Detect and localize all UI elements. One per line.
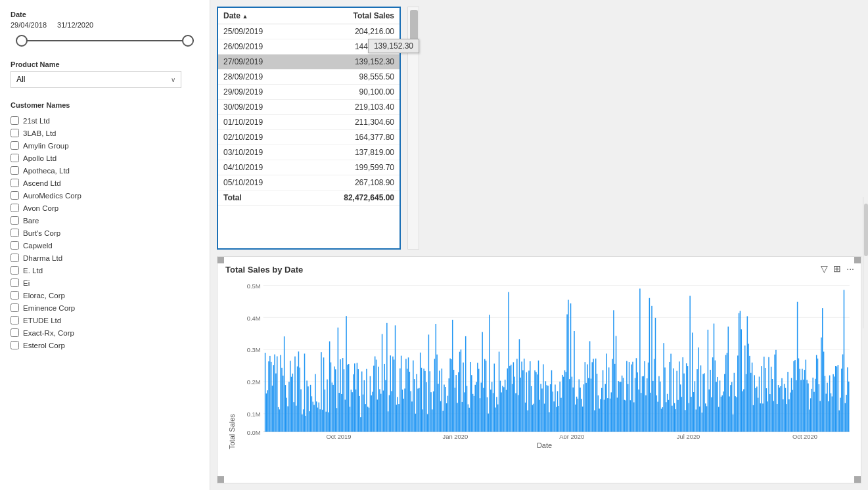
customer-item[interactable]: Exact-Rx, Corp xyxy=(11,326,199,339)
bar[interactable] xyxy=(488,414,489,432)
bar[interactable] xyxy=(269,356,271,432)
bar[interactable] xyxy=(844,290,845,432)
bar[interactable] xyxy=(831,393,832,432)
bar[interactable] xyxy=(811,389,813,432)
bar[interactable] xyxy=(401,356,402,432)
customer-item[interactable]: Amylin Group xyxy=(11,139,199,152)
bar[interactable] xyxy=(639,288,641,432)
bar[interactable] xyxy=(698,347,699,432)
bar[interactable] xyxy=(331,363,332,432)
customer-checkbox[interactable] xyxy=(11,166,19,175)
customer-item[interactable]: ETUDE Ltd xyxy=(11,314,199,326)
bar[interactable] xyxy=(413,361,414,432)
bar[interactable] xyxy=(608,367,610,432)
bar[interactable] xyxy=(644,361,645,432)
bar[interactable] xyxy=(490,390,491,432)
bar[interactable] xyxy=(683,357,684,432)
bar[interactable] xyxy=(689,403,690,432)
bar[interactable] xyxy=(769,394,771,432)
bar[interactable] xyxy=(570,303,572,432)
bar[interactable] xyxy=(833,374,834,432)
bar[interactable] xyxy=(705,403,706,432)
bar[interactable] xyxy=(357,363,358,432)
bar[interactable] xyxy=(749,356,750,432)
customer-checkbox[interactable] xyxy=(11,116,19,125)
bar[interactable] xyxy=(768,357,769,432)
bar[interactable] xyxy=(474,385,476,432)
bar[interactable] xyxy=(274,355,275,432)
bar[interactable] xyxy=(635,378,636,432)
bar[interactable] xyxy=(734,373,735,432)
bar[interactable] xyxy=(384,364,385,432)
bar[interactable] xyxy=(470,362,471,432)
bar[interactable] xyxy=(496,397,497,432)
bar[interactable] xyxy=(400,368,401,432)
bar[interactable] xyxy=(834,376,835,432)
bar[interactable] xyxy=(842,354,844,432)
bar[interactable] xyxy=(605,384,606,432)
bar[interactable] xyxy=(540,384,541,432)
customer-checkbox[interactable] xyxy=(11,154,19,162)
customer-item[interactable]: Bare xyxy=(11,214,199,227)
bar[interactable] xyxy=(468,408,470,432)
bar[interactable] xyxy=(521,362,522,432)
customer-item[interactable]: Avon Corp xyxy=(11,202,199,214)
bar[interactable] xyxy=(578,379,580,432)
bar[interactable] xyxy=(717,377,718,432)
bar[interactable] xyxy=(618,381,619,432)
bar[interactable] xyxy=(560,398,562,432)
bar[interactable] xyxy=(524,359,525,432)
bar[interactable] xyxy=(647,378,648,432)
bar[interactable] xyxy=(735,396,736,432)
bar[interactable] xyxy=(398,404,400,432)
bar[interactable] xyxy=(405,359,407,432)
bar[interactable] xyxy=(446,403,447,432)
bar[interactable] xyxy=(309,411,310,432)
table-row[interactable]: 01/10/2019211,304.60 xyxy=(218,115,400,130)
bar[interactable] xyxy=(580,388,581,432)
bar[interactable] xyxy=(465,336,467,432)
date-slider[interactable] xyxy=(16,34,194,47)
bar[interactable] xyxy=(828,401,829,432)
bar[interactable] xyxy=(527,411,528,432)
bar[interactable] xyxy=(266,393,267,432)
bar[interactable] xyxy=(499,351,500,432)
bar[interactable] xyxy=(702,374,704,432)
bar[interactable] xyxy=(507,368,509,432)
bar[interactable] xyxy=(845,403,846,432)
bar[interactable] xyxy=(633,402,635,432)
bar[interactable] xyxy=(819,401,821,432)
bar[interactable] xyxy=(419,388,420,432)
bar[interactable] xyxy=(674,403,675,432)
bar[interactable] xyxy=(395,325,396,432)
bar[interactable] xyxy=(832,397,833,432)
bar[interactable] xyxy=(351,390,352,432)
bar[interactable] xyxy=(538,361,539,432)
bar[interactable] xyxy=(342,358,344,432)
bar[interactable] xyxy=(663,343,664,432)
bar[interactable] xyxy=(267,390,268,432)
bar[interactable] xyxy=(740,311,741,432)
bar[interactable] xyxy=(838,411,840,432)
bar[interactable] xyxy=(271,362,272,432)
bar[interactable] xyxy=(452,320,453,432)
bar[interactable] xyxy=(607,398,608,432)
bar[interactable] xyxy=(569,379,570,432)
bar[interactable] xyxy=(551,370,553,432)
bar[interactable] xyxy=(296,406,297,432)
bar[interactable] xyxy=(650,393,651,432)
bar[interactable] xyxy=(774,355,775,432)
bar[interactable] xyxy=(840,398,841,432)
bar[interactable] xyxy=(338,328,339,432)
bar[interactable] xyxy=(670,362,671,432)
bar[interactable] xyxy=(317,408,319,432)
bar[interactable] xyxy=(528,370,530,432)
bar[interactable] xyxy=(442,368,443,432)
bar[interactable] xyxy=(477,363,478,432)
bar[interactable] xyxy=(715,361,716,432)
bar[interactable] xyxy=(344,369,345,432)
bar[interactable] xyxy=(810,398,811,432)
bar[interactable] xyxy=(827,383,828,432)
bar[interactable] xyxy=(445,387,446,432)
bar[interactable] xyxy=(500,381,501,432)
